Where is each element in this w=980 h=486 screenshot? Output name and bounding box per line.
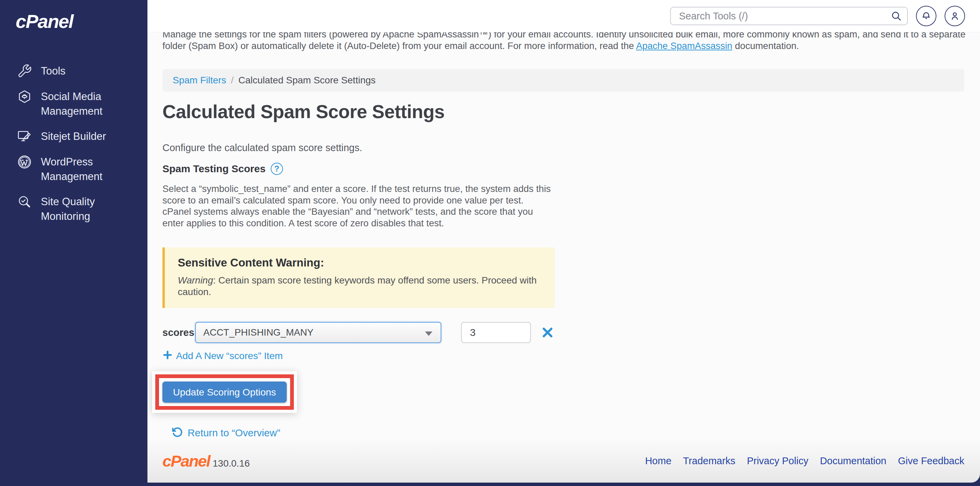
site-quality-icon [17, 194, 32, 209]
sidebar-item-label: Tools [41, 64, 65, 78]
footer: cPanel 130.0.16 Home Trademarks Privacy … [148, 439, 980, 483]
footer-link-home[interactable]: Home [645, 455, 671, 467]
return-to-overview-link[interactable]: Return to “Overview” [171, 426, 280, 440]
wordpress-icon [17, 154, 32, 170]
selected-test-value: ACCT_PHISHING_MANY [203, 327, 313, 338]
footer-links: Home Trademarks Privacy Policy Documenta… [645, 455, 964, 467]
footer-link-documentation[interactable]: Documentation [820, 455, 886, 467]
cpanel-footer-logo: cPanel [162, 452, 210, 470]
sidebar-item-label: Site Quality Monitoring [41, 194, 141, 224]
search-icon[interactable] [891, 11, 902, 21]
breadcrumb-current: Calculated Spam Score Settings [239, 75, 375, 86]
warning-emphasis: Warning [178, 275, 213, 286]
page-title: Calculated Spam Score Settings [162, 101, 445, 122]
app-root: cPanel Tools Social Media Managemen [0, 0, 980, 486]
chevron-down-icon [425, 332, 433, 336]
close-icon [541, 326, 554, 339]
update-scoring-options-button[interactable]: Update Scoring Options [162, 381, 287, 403]
breadcrumb: Spam Filters / Calculated Spam Score Set… [162, 69, 964, 92]
highlight-annotation: Update Scoring Options [155, 374, 294, 410]
sidebar: cPanel Tools Social Media Managemen [0, 0, 148, 486]
user-account-button[interactable] [945, 6, 965, 26]
sidebar-item-label: Social Media Management [41, 89, 141, 118]
sidebar-item-site-quality-monitoring[interactable]: Site Quality Monitoring [0, 194, 148, 224]
breadcrumb-separator: / [231, 75, 234, 86]
footer-brand: cPanel 130.0.16 [162, 452, 250, 470]
sidebar-item-tools[interactable]: Tools [0, 64, 148, 79]
help-icon[interactable]: ? [271, 163, 283, 175]
warning-title: Sensitive Content Warning: [178, 256, 542, 269]
bell-icon [921, 11, 932, 21]
warning-text: : Certain spam score testing keywords ma… [178, 275, 537, 297]
sensitive-content-warning: Sensitive Content Warning: Warning: Cert… [162, 248, 555, 308]
return-to-overview-label: Return to “Overview” [188, 427, 280, 439]
footer-link-trademarks[interactable]: Trademarks [683, 455, 735, 467]
social-media-icon [17, 89, 32, 104]
scores-label: scores [162, 327, 192, 338]
version-number: 130.0.16 [213, 458, 250, 469]
spam-testing-scores-section: Spam Testing Scores ? [162, 163, 283, 175]
warning-body: Warning: Certain spam score testing keyw… [178, 275, 542, 298]
cpanel-logo[interactable]: cPanel [16, 10, 148, 32]
plus-icon [162, 350, 173, 361]
intro-text-after: documentation. [732, 40, 799, 51]
user-icon [949, 11, 960, 21]
symbolic-test-select[interactable]: ACCT_PHISHING_MANY [195, 322, 441, 343]
notifications-button[interactable] [916, 6, 936, 26]
section-label: Spam Testing Scores [162, 163, 266, 175]
sidebar-item-label: WordPress Management [41, 154, 141, 184]
add-scores-item-label: Add A New “scores” Item [176, 350, 283, 361]
add-scores-item-link[interactable]: Add A New “scores” Item [162, 350, 283, 361]
score-value-input[interactable] [461, 322, 531, 343]
footer-link-privacy-policy[interactable]: Privacy Policy [747, 455, 808, 467]
sidebar-item-label: Sitejet Builder [41, 129, 106, 144]
search-container [670, 7, 908, 25]
top-bar [148, 0, 980, 32]
footer-link-give-feedback[interactable]: Give Feedback [898, 455, 964, 467]
section-description: Select a “symbolic_test_name” and enter … [162, 183, 554, 229]
scores-row: scores ACCT_PHISHING_MANY [162, 322, 554, 343]
apache-spamassassin-link[interactable]: Apache SpamAssassin [636, 40, 732, 51]
sidebar-nav: Tools Social Media Management [0, 64, 148, 224]
sidebar-item-sitejet-builder[interactable]: Sitejet Builder [0, 129, 148, 144]
search-input[interactable] [670, 7, 908, 25]
breadcrumb-spam-filters[interactable]: Spam Filters [173, 75, 226, 86]
page-subtitle: Configure the calculated spam score sett… [162, 142, 362, 154]
main-content: Manage the settings for the spam filters… [148, 0, 980, 483]
sidebar-item-social-media-management[interactable]: Social Media Management [0, 89, 148, 118]
sitejet-builder-icon [17, 129, 32, 144]
delete-score-button[interactable] [541, 326, 554, 339]
sidebar-item-wordpress-management[interactable]: WordPress Management [0, 154, 148, 184]
tools-icon [17, 64, 32, 79]
rotate-ccw-icon [171, 426, 183, 440]
